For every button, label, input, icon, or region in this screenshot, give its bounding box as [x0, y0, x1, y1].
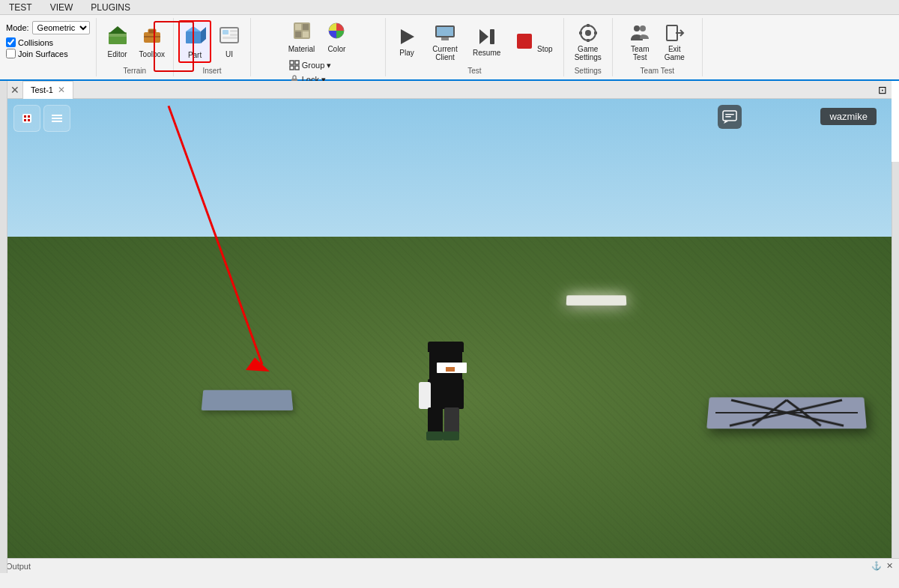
test-section-label: Test	[467, 65, 481, 76]
tab-close-button[interactable]: ✕	[58, 85, 65, 95]
viewport-toolbar	[13, 105, 70, 132]
output-bar: Output ⚓ ✕	[0, 558, 899, 573]
svg-rect-13	[223, 37, 237, 39]
svg-rect-5	[144, 36, 160, 37]
svg-rect-6	[186, 31, 201, 43]
game-settings-button[interactable]: GameSettings	[569, 20, 608, 64]
svg-rect-46	[28, 115, 30, 118]
svg-point-42	[640, 25, 646, 31]
resume-button[interactable]: Resume	[467, 21, 506, 63]
team-test-button[interactable]: TeamTest	[623, 20, 656, 64]
chat-icon[interactable]	[718, 105, 742, 129]
menu-view[interactable]: VIEW	[47, 1, 76, 14]
right-sidebar	[892, 162, 899, 558]
team-test-section-label: Team Test	[641, 65, 674, 76]
svg-rect-18	[303, 31, 309, 37]
close-output-icon[interactable]: ✕	[886, 561, 893, 571]
mode-select[interactable]: Geometric	[32, 21, 90, 34]
svg-rect-49	[52, 115, 62, 116]
roblox-logo-icon	[19, 111, 34, 126]
collisions-checkbox[interactable]	[6, 37, 16, 47]
group-label: Group ▾	[302, 61, 332, 70]
svg-marker-2	[109, 26, 127, 34]
svg-rect-53	[725, 114, 734, 115]
svg-rect-4	[148, 29, 156, 34]
svg-marker-28	[401, 29, 414, 44]
group-button[interactable]: Group ▾	[285, 58, 336, 72]
svg-point-41	[634, 25, 640, 31]
menu-plugins[interactable]: PLUGINS	[88, 1, 133, 14]
play-button[interactable]: Play	[390, 21, 423, 63]
stop-label: Stop	[537, 45, 553, 53]
svg-rect-16	[303, 24, 309, 30]
svg-marker-8	[201, 27, 206, 43]
team-test-icon	[629, 22, 650, 43]
main-viewport: wazmike	[7, 99, 892, 558]
material-icon	[292, 21, 312, 43]
char-leg-left	[428, 407, 443, 434]
ui-label: UI	[225, 50, 233, 58]
menu-button[interactable]	[43, 105, 70, 132]
anchor-output-icon[interactable]: ⚓	[871, 561, 882, 571]
close-viewport-button[interactable]: ✕	[7, 82, 22, 97]
terrain-section: Editor Toolbox Terrain	[97, 18, 174, 76]
svg-marker-7	[186, 26, 201, 31]
hamburger-icon	[50, 112, 64, 125]
svg-rect-48	[28, 119, 30, 121]
char-arm	[419, 382, 431, 409]
game-settings-icon	[578, 22, 599, 43]
viewport-tab[interactable]: Test-1 ✕	[22, 81, 73, 99]
join-surfaces-checkbox[interactable]	[6, 49, 16, 58]
terrain-section-label: Terrain	[124, 65, 147, 76]
current-client-button[interactable]: CurrentClient	[425, 20, 465, 64]
collisions-label: Collisions	[18, 38, 53, 47]
tab-bar: ✕ Test-1 ✕ ⊡	[7, 81, 892, 99]
color-icon	[327, 21, 346, 43]
exit-game-button[interactable]: ExitGame	[658, 20, 691, 64]
editor-button[interactable]: Editor	[101, 21, 134, 63]
sky-background	[7, 99, 892, 260]
test-section: Play CurrentClient Resume	[386, 18, 564, 76]
viewport-expand-button[interactable]: ⊡	[874, 84, 892, 96]
part-icon	[184, 24, 206, 49]
output-icons: ⚓ ✕	[871, 561, 893, 571]
toolbox-label: Toolbox	[139, 50, 165, 58]
play-icon	[396, 26, 417, 47]
platform-dark-star	[706, 398, 867, 429]
team-test-section: TeamTest ExitGame Team Test	[613, 18, 703, 76]
svg-rect-23	[295, 66, 299, 70]
team-test-label: TeamTest	[631, 45, 649, 61]
star-pattern	[706, 398, 867, 429]
editor-icon	[107, 25, 128, 49]
material-button[interactable]: Material	[285, 18, 319, 55]
roblox-logo-button[interactable]	[13, 105, 40, 132]
svg-rect-10	[223, 30, 228, 34]
stop-button[interactable]: Stop	[508, 21, 558, 63]
svg-rect-34	[517, 34, 532, 49]
game-settings-label: GameSettings	[575, 45, 602, 61]
play-label: Play	[399, 49, 414, 57]
join-surfaces-label: Join Surfaces	[18, 49, 68, 58]
toolbar-ribbon: Mode: Geometric Collisions Join Surfaces	[0, 15, 899, 81]
svg-rect-50	[52, 118, 62, 119]
color-label: Color	[327, 45, 345, 53]
char-body	[428, 379, 464, 409]
part-button[interactable]: Part	[178, 20, 211, 63]
menu-test[interactable]: TEST	[6, 1, 35, 14]
ui-icon	[219, 25, 240, 49]
svg-marker-32	[479, 29, 488, 44]
char-leg-right	[444, 407, 459, 434]
svg-rect-40	[594, 31, 597, 34]
material-label: Material	[288, 45, 315, 53]
group-icon	[289, 60, 300, 70]
ui-button[interactable]: UI	[213, 21, 246, 63]
svg-rect-45	[24, 115, 26, 118]
resume-icon	[476, 26, 497, 47]
toolbox-button[interactable]: Toolbox	[136, 21, 169, 63]
svg-rect-11	[230, 30, 237, 32]
current-client-label: CurrentClient	[432, 45, 457, 61]
color-button[interactable]: Color	[321, 18, 351, 55]
resume-label: Resume	[473, 49, 500, 57]
exit-game-icon	[664, 22, 685, 43]
svg-rect-47	[24, 119, 26, 121]
